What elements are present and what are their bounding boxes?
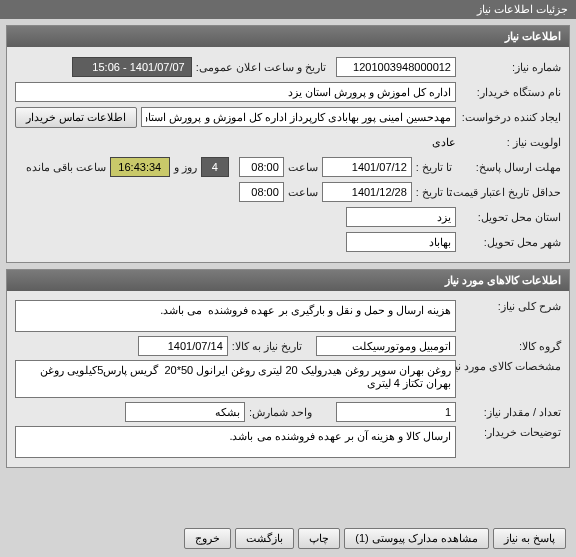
goods-info-panel: اطلاعات کالاهای مورد نیاز شرح کلی نیاز: … [6, 269, 570, 468]
deadline-label: مهلت ارسال پاسخ: [456, 161, 561, 174]
back-button[interactable]: بازگشت [235, 528, 294, 549]
qty-field[interactable] [336, 402, 456, 422]
announce-label: تاریخ و ساعت اعلان عمومی: [192, 61, 330, 74]
need-no-field[interactable] [336, 57, 456, 77]
remain-suffix: ساعت باقی مانده [22, 161, 110, 174]
spec-field[interactable]: روغن بهران سوپر روغن هیدرولیک 20 لیتری ر… [15, 360, 456, 398]
to-date-field-2[interactable] [322, 182, 412, 202]
need-date-field[interactable] [138, 336, 228, 356]
buyer-label: نام دستگاه خریدار: [456, 86, 561, 99]
need-date-label: تاریخ نیاز به کالا: [228, 340, 306, 353]
reply-button[interactable]: پاسخ به نیاز [493, 528, 566, 549]
creator-field[interactable] [141, 107, 456, 127]
to-date-label-2: تا تاریخ : [412, 186, 456, 199]
buyer-contact-button[interactable]: اطلاعات تماس خریدار [15, 107, 137, 128]
desc-label: شرح کلی نیاز: [456, 300, 561, 313]
unit-field[interactable] [125, 402, 245, 422]
group-label: گروه کالا: [456, 340, 561, 353]
unit-label: واحد شمارش: [245, 406, 316, 419]
print-button[interactable]: چاپ [298, 528, 340, 549]
hour-field-2[interactable] [239, 182, 284, 202]
province-label: استان محل تحویل: [456, 211, 561, 224]
city-label: شهر محل تحویل: [456, 236, 561, 249]
province-field[interactable] [346, 207, 456, 227]
remain-days-suffix: روز و [170, 161, 201, 174]
priority-value: عادی [432, 136, 456, 149]
view-attachments-button[interactable]: مشاهده مدارک پیوستی (1) [344, 528, 489, 549]
buyer-note-field[interactable]: ارسال کالا و هزینه آن بر عهده فروشنده می… [15, 426, 456, 458]
announce-value: 1401/07/07 - 15:06 [72, 57, 192, 77]
need-info-panel: اطلاعات نیاز شماره نیاز: تاریخ و ساعت اع… [6, 25, 570, 263]
remain-time: 16:43:34 [110, 157, 170, 177]
window-title: جزئیات اطلاعات نیاز [0, 0, 576, 19]
buyer-note-label: توضیحات خریدار: [456, 426, 561, 439]
remain-days: 4 [201, 157, 229, 177]
goods-info-header: اطلاعات کالاهای مورد نیاز [7, 270, 569, 291]
group-field[interactable] [316, 336, 456, 356]
spec-label: مشخصات کالای مورد نیاز: [456, 360, 561, 373]
exit-button[interactable]: خروج [184, 528, 231, 549]
price-cred-label: حداقل تاریخ اعتبار قیمت: [456, 186, 561, 199]
to-date-label: تا تاریخ : [412, 161, 456, 174]
buyer-field[interactable] [15, 82, 456, 102]
hour-label-1: ساعت [284, 161, 322, 174]
to-date-field[interactable] [322, 157, 412, 177]
hour-label-2: ساعت [284, 186, 322, 199]
qty-label: تعداد / مقدار نیاز: [456, 406, 561, 419]
bottom-toolbar: پاسخ به نیاز مشاهده مدارک پیوستی (1) چاپ… [6, 524, 570, 553]
desc-field[interactable]: هزینه ارسال و حمل و نقل و بارگیری بر عهد… [15, 300, 456, 332]
hour-field-1[interactable] [239, 157, 284, 177]
city-field[interactable] [346, 232, 456, 252]
need-info-header: اطلاعات نیاز [7, 26, 569, 47]
priority-label: اولویت نیاز : [456, 136, 561, 149]
need-no-label: شماره نیاز: [456, 61, 561, 74]
creator-label: ایجاد کننده درخواست: [456, 111, 561, 124]
